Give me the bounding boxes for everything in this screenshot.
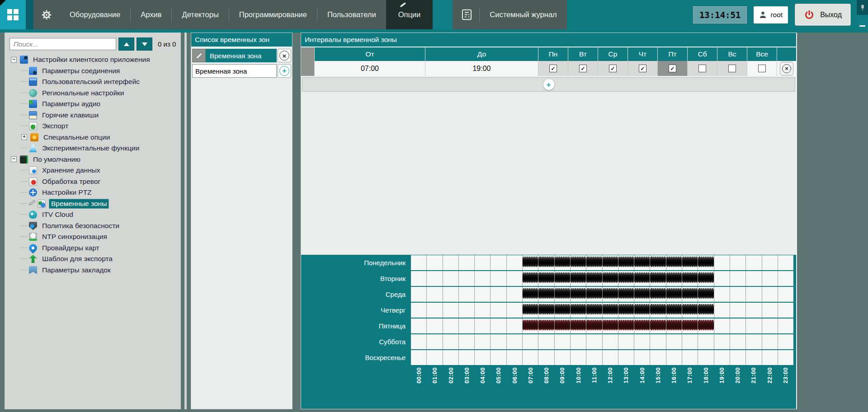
schedule-cell[interactable] xyxy=(603,303,618,318)
schedule-cell[interactable] xyxy=(618,303,634,318)
checkbox-Пн[interactable]: ✓ xyxy=(549,65,557,72)
schedule-cell[interactable] xyxy=(459,255,475,270)
schedule-cell[interactable] xyxy=(491,334,506,349)
schedule-cell[interactable] xyxy=(634,318,650,333)
interval-to-cell[interactable]: 19:00 xyxy=(425,61,538,76)
schedule-cell[interactable] xyxy=(666,334,682,349)
schedule-cell[interactable] xyxy=(443,271,459,286)
schedule-cell[interactable] xyxy=(555,303,571,318)
schedule-cell[interactable] xyxy=(634,271,650,286)
schedule-cell[interactable] xyxy=(603,350,618,365)
minimize-button[interactable] xyxy=(857,15,868,29)
schedule-cell[interactable] xyxy=(730,334,746,349)
tree-item-18[interactable]: Провайдеры карт xyxy=(5,243,180,254)
tree-expander-collapse-icon[interactable]: − xyxy=(11,57,17,63)
checkbox-Чт[interactable]: ✓ xyxy=(639,65,646,72)
schedule-cell[interactable] xyxy=(634,287,650,302)
schedule-cell[interactable] xyxy=(571,334,586,349)
schedule-cell[interactable] xyxy=(523,318,538,333)
schedule-cell[interactable] xyxy=(762,271,778,286)
schedule-cell[interactable] xyxy=(730,271,746,286)
schedule-cell[interactable] xyxy=(555,318,571,333)
schedule-cell[interactable] xyxy=(555,271,571,286)
schedule-cell[interactable] xyxy=(427,271,443,286)
schedule-cell[interactable] xyxy=(586,255,602,270)
schedule-cell[interactable] xyxy=(650,271,666,286)
schedule-cell[interactable] xyxy=(714,271,730,286)
search-input[interactable] xyxy=(9,38,116,50)
schedule-cell[interactable] xyxy=(778,271,793,286)
schedule-cell[interactable] xyxy=(459,287,475,302)
schedule-cell[interactable] xyxy=(571,287,586,302)
schedule-cell[interactable] xyxy=(618,287,634,302)
pin-button[interactable] xyxy=(857,0,868,15)
menu-item-1[interactable]: Оборудование xyxy=(60,0,130,29)
schedule-cell[interactable] xyxy=(714,255,730,270)
schedule-cell[interactable] xyxy=(571,350,586,365)
schedule-cell[interactable] xyxy=(603,271,618,286)
schedule-cell[interactable] xyxy=(714,350,730,365)
panel-splitter[interactable] xyxy=(184,33,187,409)
tree-expander-collapse-icon[interactable]: − xyxy=(11,156,17,162)
schedule-cell[interactable] xyxy=(523,303,538,318)
schedule-cell[interactable] xyxy=(762,334,778,349)
schedule-cell[interactable] xyxy=(475,287,491,302)
checkbox-Пт[interactable]: ✓ xyxy=(669,65,676,72)
schedule-cell[interactable] xyxy=(491,255,506,270)
schedule-cell[interactable] xyxy=(523,287,538,302)
schedule-cell[interactable] xyxy=(618,334,634,349)
schedule-cell[interactable] xyxy=(586,350,602,365)
schedule-cell[interactable] xyxy=(634,350,650,365)
schedule-cell[interactable] xyxy=(682,350,698,365)
schedule-cell[interactable] xyxy=(538,287,554,302)
schedule-cell[interactable] xyxy=(538,303,554,318)
settings-gear-button[interactable] xyxy=(33,0,60,29)
schedule-cell[interactable] xyxy=(778,318,793,333)
schedule-cell[interactable] xyxy=(778,287,793,302)
schedule-cell[interactable] xyxy=(571,271,586,286)
schedule-cell[interactable] xyxy=(666,271,682,286)
schedule-cell[interactable] xyxy=(538,334,554,349)
schedule-cell[interactable] xyxy=(443,303,459,318)
schedule-cell[interactable] xyxy=(634,255,650,270)
schedule-cell[interactable] xyxy=(634,303,650,318)
schedule-cell[interactable] xyxy=(411,350,427,365)
schedule-cell[interactable] xyxy=(571,255,586,270)
schedule-cell[interactable] xyxy=(475,271,491,286)
tree-item-1[interactable]: −Настройки клиентского приложения xyxy=(5,54,180,66)
schedule-cell[interactable] xyxy=(427,287,443,302)
schedule-cell[interactable] xyxy=(762,350,778,365)
tree-item-15[interactable]: ITV Cloud xyxy=(5,209,180,220)
schedule-cell[interactable] xyxy=(459,271,475,286)
schedule-cell[interactable] xyxy=(443,287,459,302)
schedule-cell[interactable] xyxy=(698,334,714,349)
schedule-cell[interactable] xyxy=(746,287,762,302)
menu-item-2[interactable]: Архив xyxy=(131,0,171,29)
delete-zone-button[interactable]: × xyxy=(278,49,291,62)
schedule-cell[interactable] xyxy=(491,287,506,302)
schedule-cell[interactable] xyxy=(778,334,793,349)
schedule-cell[interactable] xyxy=(603,255,618,270)
tree-item-7[interactable]: Экспорт xyxy=(5,121,180,132)
schedule-cell[interactable] xyxy=(507,271,523,286)
menu-item-6[interactable]: Опции xyxy=(386,0,433,29)
schedule-cell[interactable] xyxy=(571,318,586,333)
schedule-cell[interactable] xyxy=(459,350,475,365)
schedule-cell[interactable] xyxy=(698,287,714,302)
schedule-cell[interactable] xyxy=(666,303,682,318)
schedule-cell[interactable] xyxy=(586,271,602,286)
tree-item-19[interactable]: Шаблон для экспорта xyxy=(5,253,180,265)
schedule-cell[interactable] xyxy=(714,303,730,318)
schedule-cell[interactable] xyxy=(682,303,698,318)
schedule-cell[interactable] xyxy=(475,334,491,349)
tree-expander-expand-icon[interactable]: + xyxy=(21,134,27,140)
schedule-cell[interactable] xyxy=(538,350,554,365)
new-zone-input[interactable] xyxy=(192,64,277,78)
tree-item-10[interactable]: −По умолчанию xyxy=(5,154,180,165)
schedule-cell[interactable] xyxy=(411,303,427,318)
schedule-cell[interactable] xyxy=(507,318,523,333)
schedule-cell[interactable] xyxy=(698,255,714,270)
schedule-cell[interactable] xyxy=(507,334,523,349)
schedule-cell[interactable] xyxy=(778,303,793,318)
schedule-cell[interactable] xyxy=(507,303,523,318)
